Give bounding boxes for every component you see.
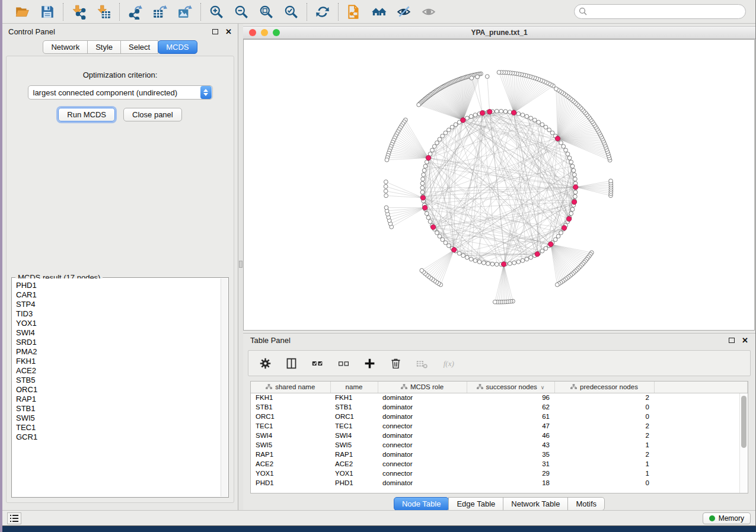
memory-button[interactable]: Memory: [703, 512, 751, 524]
graph-dominator-node[interactable]: [566, 216, 571, 221]
graph-node[interactable]: [454, 123, 458, 127]
table-cell[interactable]: ACE2: [330, 459, 378, 469]
graph-node[interactable]: [426, 216, 430, 220]
table-cell[interactable]: dominator: [378, 450, 467, 459]
graph-node[interactable]: [421, 177, 425, 181]
graph-node[interactable]: [465, 116, 469, 120]
graph-node[interactable]: [562, 145, 566, 149]
graph-dominator-node[interactable]: [452, 247, 457, 252]
table-cell[interactable]: 31: [467, 459, 554, 469]
mcds-result-item[interactable]: TID3: [16, 309, 217, 319]
table-cell[interactable]: STB1: [251, 402, 330, 412]
open-folder-button[interactable]: [14, 4, 31, 20]
table-cell[interactable]: 0: [554, 412, 654, 421]
graph-leaf-node[interactable]: [476, 75, 480, 79]
graph-node[interactable]: [420, 186, 425, 190]
mcds-result-item[interactable]: SRD1: [16, 338, 217, 347]
table-cell[interactable]: 61: [467, 412, 554, 421]
table-cell[interactable]: 62: [467, 402, 554, 412]
table-cell[interactable]: TEC1: [330, 421, 378, 431]
graph-node[interactable]: [521, 259, 525, 263]
mcds-result-item[interactable]: SWI4: [16, 328, 217, 338]
table-cell[interactable]: 2: [554, 450, 654, 459]
table-cell[interactable]: connector: [378, 440, 467, 450]
export-image-button[interactable]: [177, 4, 193, 20]
criterion-select[interactable]: largest connected component (undirected): [28, 85, 213, 100]
graph-node[interactable]: [553, 238, 557, 242]
deselect-all-button[interactable]: [336, 356, 350, 370]
table-row[interactable]: YOX1YOX1connector291: [251, 469, 748, 478]
graph-node[interactable]: [423, 164, 428, 168]
graph-node[interactable]: [444, 131, 448, 135]
graph-leaf-node[interactable]: [470, 76, 474, 80]
mcds-result-item[interactable]: ACE2: [16, 366, 217, 376]
graph-node[interactable]: [469, 257, 473, 261]
graph-node[interactable]: [512, 261, 516, 265]
gear-button[interactable]: [258, 356, 272, 370]
graph-node[interactable]: [516, 260, 521, 264]
save-session-button[interactable]: [39, 4, 56, 20]
table-cell[interactable]: connector: [378, 421, 467, 431]
splitter-grip[interactable]: [239, 261, 243, 268]
graph-node[interactable]: [473, 259, 477, 263]
graph-leaf-node[interactable]: [497, 70, 501, 75]
maximize-window-icon[interactable]: [273, 29, 280, 36]
zoom-selected-button[interactable]: [283, 4, 299, 20]
graph-leaf-node[interactable]: [609, 179, 613, 183]
network-from-selection-button[interactable]: [346, 4, 362, 20]
table-cell[interactable]: 2: [554, 393, 654, 402]
column-header-MCDS-role[interactable]: MCDS role: [378, 382, 467, 393]
graph-dominator-node[interactable]: [501, 262, 506, 267]
show-columns-button[interactable]: [284, 356, 298, 370]
tab-motifs[interactable]: Motifs: [567, 497, 605, 511]
table-cell[interactable]: PHD1: [251, 478, 330, 488]
table-cell[interactable]: ACE2: [251, 459, 330, 469]
table-row[interactable]: SWI5SWI5connector431: [251, 440, 748, 450]
graph-node[interactable]: [457, 251, 461, 255]
graph-node[interactable]: [573, 177, 578, 181]
table-cell[interactable]: 35: [467, 450, 554, 459]
minimize-window-icon[interactable]: [261, 29, 268, 36]
mcds-result-item[interactable]: PHD1: [16, 281, 217, 290]
tab-mcds[interactable]: MCDS: [158, 40, 197, 54]
graph-node[interactable]: [461, 254, 465, 258]
graph-node[interactable]: [435, 141, 439, 145]
mcds-result-item[interactable]: GCR1: [16, 432, 217, 442]
graph-leaf-node[interactable]: [384, 206, 388, 210]
graph-node[interactable]: [550, 131, 554, 135]
graph-node[interactable]: [477, 260, 481, 264]
graph-leaf-node[interactable]: [554, 87, 559, 91]
table-cell[interactable]: PHD1: [330, 478, 378, 488]
table-scrollbar-thumb[interactable]: [741, 396, 747, 448]
table-cell[interactable]: 0: [554, 478, 654, 488]
import-table-button[interactable]: [95, 4, 112, 20]
graph-dominator-node[interactable]: [426, 155, 430, 160]
graph-node[interactable]: [425, 211, 429, 216]
delete-column-button[interactable]: [388, 356, 403, 370]
tab-select[interactable]: Select: [120, 40, 158, 54]
table-cell[interactable]: RAP1: [330, 450, 378, 459]
graph-leaf-node[interactable]: [485, 75, 489, 79]
graph-leaf-node[interactable]: [420, 268, 424, 273]
graph-node[interactable]: [566, 152, 570, 156]
graph-node[interactable]: [503, 110, 508, 114]
graph-node[interactable]: [420, 181, 425, 185]
graph-dominator-node[interactable]: [511, 110, 516, 115]
mcds-result-item[interactable]: CAR1: [16, 290, 217, 300]
graph-leaf-node[interactable]: [384, 184, 388, 188]
graph-node[interactable]: [569, 160, 573, 164]
column-header-name[interactable]: name: [330, 382, 378, 393]
first-neighbors-button[interactable]: [371, 4, 387, 20]
table-cell[interactable]: ORC1: [251, 412, 330, 421]
table-cell[interactable]: dominator: [378, 412, 467, 421]
table-cell[interactable]: 96: [467, 393, 554, 402]
graph-leaf-node[interactable]: [384, 194, 388, 198]
table-cell[interactable]: 2: [554, 431, 654, 440]
select-all-button[interactable]: [310, 356, 324, 370]
graph-leaf-node[interactable]: [384, 180, 388, 184]
graph-node[interactable]: [570, 207, 575, 211]
table-cell[interactable]: dominator: [378, 393, 467, 402]
table-cell[interactable]: 43: [467, 440, 554, 450]
graph-node[interactable]: [441, 134, 445, 138]
graph-dominator-node[interactable]: [562, 226, 566, 230]
